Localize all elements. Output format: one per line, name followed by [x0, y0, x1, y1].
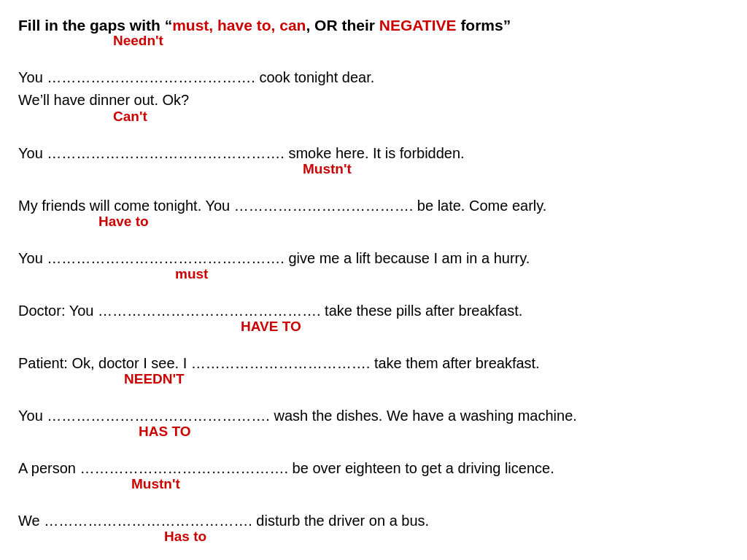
sentence-1-line1: You ……………………………………. cook tonight dear. [18, 66, 729, 88]
sentence-6: HAVE TO Patient: Ok, doctor I see. I ………… [18, 335, 729, 374]
title-keywords: must, have to, can [172, 17, 306, 34]
title-negative: NEGATIVE [379, 17, 457, 34]
sentence-4: Have to You …………………………………………. give me a … [18, 230, 729, 269]
s5-after: take these pills after breakfast. [321, 303, 523, 319]
answer-label-2: Can't [113, 109, 147, 125]
s3-before: My friends will come tonight. You ………………… [18, 198, 413, 214]
s1-before: You ……………………………………. [18, 69, 255, 85]
answer-label-10: Has to [164, 529, 206, 545]
sentence-2-wrapper: Can't You …………………………………………. smoke here. … [18, 125, 729, 164]
sentence-1-wrapper: Needn't You ……………………………………. cook tonight… [18, 49, 729, 112]
page-container: Fill in the gaps with “must, have to, ca… [18, 15, 729, 560]
sentence-10: Has to The worker ……………………………………. come t… [18, 545, 729, 560]
sentence-10-wrapper: Has to The worker ……………………………………. come t… [18, 545, 729, 560]
title-quote-open: “ [165, 17, 173, 34]
s1-after: cook tonight dear. [255, 69, 374, 85]
sentence-5-wrapper: must Doctor: You ………………………………………. take t… [18, 282, 729, 322]
sentence-3-wrapper: Mustn't My friends will come tonight. Yo… [18, 177, 729, 217]
sentence-6-wrapper: HAVE TO Patient: Ok, doctor I see. I ………… [18, 335, 729, 374]
sentence-5: must Doctor: You ………………………………………. take t… [18, 282, 729, 322]
answer-label-8: HAS TO [139, 424, 190, 440]
s5-before: Doctor: You ………………………………………. [18, 303, 321, 319]
sentence-7: NEEDN'T You ………………………………………. wash the di… [18, 387, 729, 427]
s8-before: A person ……………………………………. [18, 460, 288, 476]
sentence-2-line1: You …………………………………………. smoke here. It is … [18, 142, 729, 164]
title-suffix: forms” [457, 17, 511, 34]
title-prefix: Fill in the gaps with [18, 17, 165, 34]
sentence-9-wrapper: Mustn't We ……………………………………. disturb the d… [18, 492, 729, 532]
answer-label-6: HAVE TO [241, 319, 301, 335]
sentence-4-line1: You …………………………………………. give me a lift bec… [18, 247, 729, 269]
s2-before: You …………………………………………. [18, 145, 285, 161]
title-middle: , OR their [306, 17, 379, 34]
s6-after: take them after breakfast. [370, 355, 539, 371]
sentence-7-line1: You ………………………………………. wash the dishes. We… [18, 405, 729, 427]
sentence-8-line1: A person ……………………………………. be over eightee… [18, 457, 729, 479]
sentence-1: Needn't You ……………………………………. cook tonight… [18, 49, 729, 112]
answer-label-3: Mustn't [303, 161, 352, 177]
s4-after: give me a lift because I am in a hurry. [285, 250, 530, 266]
answer-label-1: Needn't [113, 33, 163, 49]
s4-before: You …………………………………………. [18, 250, 285, 266]
sentence-9: Mustn't We ……………………………………. disturb the d… [18, 492, 729, 532]
s6-before: Patient: Ok, doctor I see. I ……………………………… [18, 355, 370, 371]
sentence-5-line1: Doctor: You ………………………………………. take these … [18, 300, 729, 322]
sentence-4-wrapper: Have to You …………………………………………. give me a … [18, 230, 729, 269]
s7-after: wash the dishes. We have a washing machi… [270, 408, 577, 424]
sentence-3: Mustn't My friends will come tonight. Yo… [18, 177, 729, 217]
s9-before: We ……………………………………. [18, 513, 252, 529]
s2-after: smoke here. It is forbidden. [285, 145, 465, 161]
sentence-7-wrapper: NEEDN'T You ………………………………………. wash the di… [18, 387, 729, 427]
s3-after: be late. Come early. [413, 198, 546, 214]
sentence-8: HAS TO A person ……………………………………. be over … [18, 440, 729, 479]
sentence-2: Can't You …………………………………………. smoke here. … [18, 125, 729, 164]
answer-label-5: must [175, 266, 208, 282]
s8-after: be over eighteen to get a driving licenc… [288, 460, 554, 476]
s9-after: disturb the driver on a bus. [252, 513, 429, 529]
answer-label-9: Mustn't [131, 476, 180, 492]
sentence-9-line1: We ……………………………………. disturb the driver on… [18, 510, 729, 532]
sentence-8-wrapper: HAS TO A person ……………………………………. be over … [18, 440, 729, 479]
answer-label-4: Have to [98, 214, 149, 230]
answer-label-7: NEEDN'T [124, 371, 185, 387]
s7-before: You ………………………………………. [18, 408, 270, 424]
